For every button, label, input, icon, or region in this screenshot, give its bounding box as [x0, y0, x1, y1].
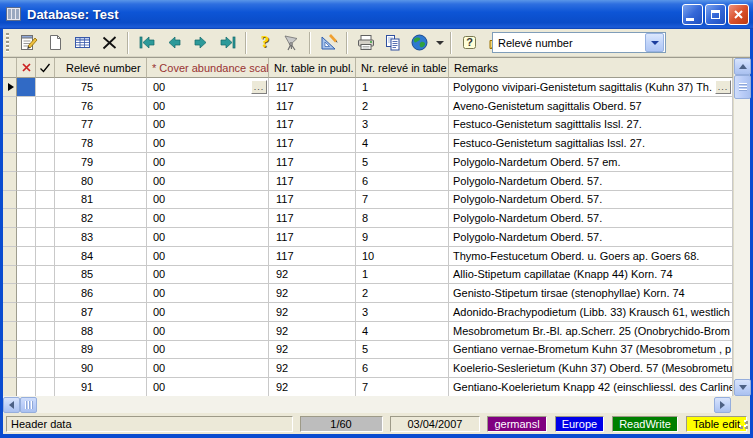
column-header-scale[interactable]: * Cover abundance scale	[147, 58, 269, 78]
cell-releve_nr[interactable]: 2	[356, 284, 449, 303]
horizontal-scrollbar[interactable]	[3, 396, 731, 413]
cell-table_nr[interactable]: 92	[269, 359, 356, 378]
cell-del[interactable]	[17, 78, 36, 97]
cell-check[interactable]	[36, 97, 55, 116]
cell-scale[interactable]: 00	[147, 322, 269, 341]
cell-check[interactable]	[36, 247, 55, 266]
cell-remarks[interactable]: Allio-Stipetum capillatae (Knapp 44) Kor…	[449, 266, 733, 285]
cell-gutter[interactable]	[3, 266, 17, 285]
cell-table_nr[interactable]: 117	[269, 78, 356, 97]
cell-del[interactable]	[17, 266, 36, 285]
set-square-button[interactable]	[315, 30, 342, 55]
cell-releve_nr[interactable]: 8	[356, 209, 449, 228]
cell-releve_nr[interactable]: 9	[356, 228, 449, 247]
cell-remarks[interactable]: Aveno-Genistetum sagittalis Oberd. 57	[449, 97, 733, 116]
cell-del[interactable]	[17, 303, 36, 322]
cell-releve_nr[interactable]: 3	[356, 303, 449, 322]
cell-table_nr[interactable]: 117	[269, 134, 356, 153]
cell-releve[interactable]: 77	[55, 116, 147, 135]
cell-releve_nr[interactable]: 7	[356, 191, 449, 210]
cell-releve[interactable]: 86	[55, 284, 147, 303]
last-record-button[interactable]	[214, 30, 241, 55]
cell-releve[interactable]: 83	[55, 228, 147, 247]
column-header-del[interactable]	[17, 58, 36, 78]
cell-del[interactable]	[17, 284, 36, 303]
cell-remarks[interactable]: Festuco-Genistetum sagitttalis Issl. 27.	[449, 116, 733, 135]
cell-table_nr[interactable]: 117	[269, 116, 356, 135]
cell-check[interactable]	[36, 359, 55, 378]
cell-releve[interactable]: 84	[55, 247, 147, 266]
cell-releve_nr[interactable]: 2	[356, 97, 449, 116]
cell-gutter[interactable]	[3, 78, 17, 97]
cell-check[interactable]	[36, 191, 55, 210]
cell-releve[interactable]: 85	[55, 266, 147, 285]
cell-table_nr[interactable]: 117	[269, 172, 356, 191]
cell-gutter[interactable]	[3, 116, 17, 135]
cell-del[interactable]	[17, 172, 36, 191]
cell-gutter[interactable]	[3, 359, 17, 378]
cell-gutter[interactable]	[3, 247, 17, 266]
cell-releve_nr[interactable]: 1	[356, 266, 449, 285]
cell-del[interactable]	[17, 134, 36, 153]
cell-remarks[interactable]: Polygolo-Nardetum Oberd. 57.	[449, 191, 733, 210]
cell-table_nr[interactable]: 92	[269, 322, 356, 341]
cell-releve[interactable]: 90	[55, 359, 147, 378]
cell-releve_nr[interactable]: 7	[356, 378, 449, 397]
scroll-left-button[interactable]	[3, 397, 20, 413]
maximize-button[interactable]	[705, 4, 726, 25]
cell-check[interactable]	[36, 284, 55, 303]
cell-del[interactable]	[17, 209, 36, 228]
cell-gutter[interactable]	[3, 209, 17, 228]
cell-scale[interactable]: 00	[147, 209, 269, 228]
table-button[interactable]	[69, 30, 96, 55]
scale-ellipsis-button[interactable]: ...	[251, 80, 267, 94]
cell-table_nr[interactable]: 117	[269, 97, 356, 116]
first-record-button[interactable]	[133, 30, 160, 55]
help-question-button[interactable]: ? ?	[251, 30, 278, 55]
cell-releve_nr[interactable]: 5	[356, 153, 449, 172]
cell-remarks[interactable]: Gentiano vernae-Brometum Kuhn 37 (Mesobr…	[449, 341, 733, 360]
cell-table_nr[interactable]: 92	[269, 303, 356, 322]
cell-scale[interactable]: 00	[147, 172, 269, 191]
copy-button[interactable]	[379, 30, 406, 55]
help-topics-button[interactable]: ?	[456, 30, 483, 55]
cell-scale[interactable]: 00	[147, 247, 269, 266]
column-header-check[interactable]	[36, 58, 55, 78]
new-button[interactable]	[42, 30, 69, 55]
cell-check[interactable]	[36, 78, 55, 97]
cell-table_nr[interactable]: 117	[269, 191, 356, 210]
delete-button[interactable]	[96, 30, 123, 55]
cell-del[interactable]	[17, 191, 36, 210]
vertical-scrollbar[interactable]	[733, 58, 750, 396]
column-header-remarks[interactable]: Remarks	[449, 58, 733, 78]
cell-check[interactable]	[36, 228, 55, 247]
cell-remarks[interactable]: Adonido-Brachypodietum (Libb. 33) Krausc…	[449, 303, 733, 322]
cell-scale[interactable]: 00	[147, 153, 269, 172]
cell-scale[interactable]: 00	[147, 134, 269, 153]
cell-del[interactable]	[17, 228, 36, 247]
next-record-button[interactable]	[187, 30, 214, 55]
record-field-combobox[interactable]: Relevé number	[492, 32, 666, 53]
cell-releve_nr[interactable]: 1	[356, 78, 449, 97]
cell-check[interactable]	[36, 378, 55, 397]
cell-remarks[interactable]: Polygolo-Nardetum Oberd. 57.	[449, 172, 733, 191]
cell-releve_nr[interactable]: 6	[356, 359, 449, 378]
cell-check[interactable]	[36, 322, 55, 341]
cell-del[interactable]	[17, 116, 36, 135]
cell-releve[interactable]: 88	[55, 322, 147, 341]
cell-remarks[interactable]: Mesobrometum Br.-Bl. ap.Scherr. 25 (Onob…	[449, 322, 733, 341]
cell-releve[interactable]: 79	[55, 153, 147, 172]
cell-releve[interactable]: 75	[55, 78, 147, 97]
dish-button[interactable]	[278, 30, 305, 55]
title-bar[interactable]: Database: Test	[0, 0, 753, 29]
cell-scale[interactable]: 00	[147, 266, 269, 285]
scroll-up-button[interactable]	[734, 58, 751, 75]
cell-check[interactable]	[36, 134, 55, 153]
cell-del[interactable]	[17, 97, 36, 116]
horizontal-scroll-thumb[interactable]	[20, 397, 37, 413]
cell-gutter[interactable]	[3, 378, 17, 397]
edit-button[interactable]	[15, 30, 42, 55]
cell-remarks[interactable]: Gentiano-Koelerietum Knapp 42 (einschlie…	[449, 378, 733, 397]
cell-gutter[interactable]	[3, 191, 17, 210]
cell-releve[interactable]: 87	[55, 303, 147, 322]
